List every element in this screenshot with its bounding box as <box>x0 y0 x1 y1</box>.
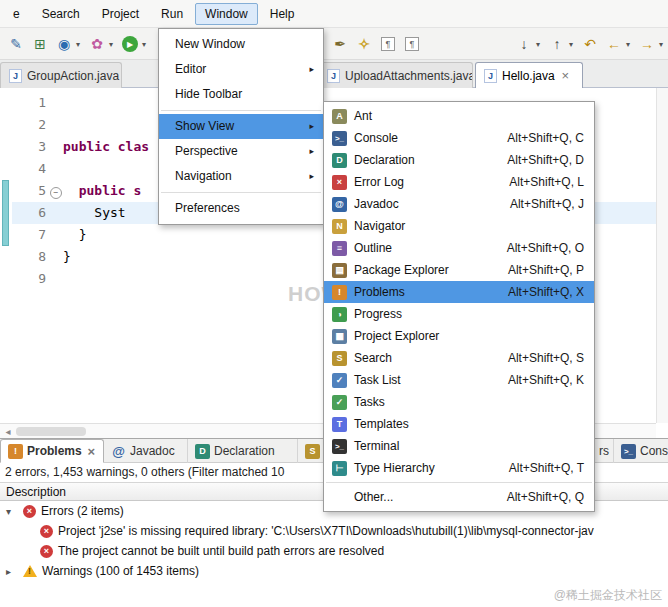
menu-item-package-explorer[interactable]: Package ExplorerAlt+Shift+Q, P <box>324 259 594 281</box>
menu-item-tasks[interactable]: Tasks <box>324 391 594 413</box>
menu-separator <box>161 192 321 193</box>
error-row[interactable]: Project 'j2se' is missing required libra… <box>0 521 668 541</box>
chevron-down-icon[interactable] <box>659 40 668 49</box>
menu-item-type-hierarchy[interactable]: Type HierarchyAlt+Shift+Q, T <box>324 457 594 479</box>
scroll-left-icon[interactable] <box>0 424 16 438</box>
problems-icon <box>332 285 347 300</box>
new-wizard-icon[interactable] <box>85 32 109 56</box>
next-annotation-icon[interactable] <box>512 32 536 56</box>
menu-item-terminal[interactable]: Terminal <box>324 435 594 457</box>
chevron-down-icon[interactable] <box>569 40 578 49</box>
menu-item-project-explorer[interactable]: Project Explorer <box>324 325 594 347</box>
menu-separator <box>326 482 592 483</box>
row-label: The project cannot be built until build … <box>58 544 384 558</box>
tab-partial-rs[interactable]: rs <box>592 439 614 463</box>
menu-item-other[interactable]: Other...Alt+Shift+Q, Q <box>324 486 594 508</box>
console-icon <box>332 131 347 146</box>
menu-item-error-log[interactable]: Error LogAlt+Shift+Q, L <box>324 171 594 193</box>
submenu-arrow-icon <box>309 164 314 189</box>
menu-item-problems[interactable]: ProblemsAlt+Shift+Q, X <box>324 281 594 303</box>
editor-tabbar: GroupAction.java UploadAttachments.java … <box>0 60 668 88</box>
menu-item-perspective[interactable]: Perspective <box>159 139 323 164</box>
tab-label: Problems <box>27 444 82 458</box>
tab-problems[interactable]: Problems <box>0 439 104 463</box>
tab-label: Declaration <box>214 444 275 458</box>
twisty-expanded-icon[interactable] <box>6 506 18 517</box>
chevron-down-icon[interactable] <box>109 40 118 49</box>
close-icon[interactable] <box>86 444 97 459</box>
submenu-arrow-icon <box>309 139 314 164</box>
run-icon[interactable] <box>118 32 142 56</box>
twisty-collapsed-icon[interactable] <box>6 566 18 577</box>
scrollbar-thumb[interactable] <box>16 427 86 436</box>
menu-run[interactable]: Run <box>151 3 193 25</box>
line-number: 5 <box>12 180 48 202</box>
menu-item-outline[interactable]: OutlineAlt+Shift+Q, O <box>324 237 594 259</box>
tab-console[interactable]: Console <box>614 439 668 463</box>
menu-item-console[interactable]: ConsoleAlt+Shift+Q, C <box>324 127 594 149</box>
last-edit-location-icon[interactable] <box>578 32 602 56</box>
chevron-down-icon[interactable] <box>536 40 545 49</box>
wand-icon[interactable] <box>352 32 376 56</box>
menu-item-task-list[interactable]: Task ListAlt+Shift+Q, K <box>324 369 594 391</box>
warnings-group-row[interactable]: Warnings (100 of 1453 items) <box>0 561 668 581</box>
tab-declaration[interactable]: Declaration <box>188 439 298 463</box>
feather-pen-icon[interactable] <box>328 32 352 56</box>
close-icon[interactable] <box>560 68 571 83</box>
chevron-down-icon[interactable] <box>626 40 635 49</box>
line-number: 3 <box>12 136 48 158</box>
type-hierarchy-icon <box>332 461 347 476</box>
menu-item-show-view[interactable]: Show View <box>159 114 323 139</box>
menu-item-ant[interactable]: Ant <box>324 105 594 127</box>
menu-item-navigation[interactable]: Navigation <box>159 164 323 189</box>
table-icon[interactable] <box>28 32 52 56</box>
back-icon[interactable] <box>602 32 626 56</box>
menu-search[interactable]: Search <box>32 3 90 25</box>
fold-minus-icon[interactable] <box>48 180 63 202</box>
tab-uploadattachments-java[interactable]: UploadAttachments.java <box>318 62 473 88</box>
tab-hello-java[interactable]: Hello.java <box>475 62 583 88</box>
overview-ruler[interactable] <box>656 88 668 423</box>
mark-occurrences-icon[interactable] <box>376 32 400 56</box>
menu-item-editor[interactable]: Editor <box>159 57 323 82</box>
forward-icon[interactable] <box>635 32 659 56</box>
menu-item-progress[interactable]: Progress <box>324 303 594 325</box>
javadoc-icon <box>332 197 347 212</box>
package-explorer-icon <box>332 263 347 278</box>
menu-item-preferences[interactable]: Preferences <box>159 196 323 221</box>
menu-window[interactable]: Window <box>195 3 258 25</box>
progress-icon <box>332 307 347 322</box>
line-number: 9 <box>12 268 48 290</box>
tab-groupaction-java[interactable]: GroupAction.java <box>0 62 122 88</box>
line-number: 4 <box>12 158 48 180</box>
menu-project[interactable]: Project <box>92 3 149 25</box>
menu-file-partial[interactable]: e <box>3 3 30 25</box>
show-whitespace-icon[interactable] <box>400 32 424 56</box>
chevron-down-icon[interactable] <box>142 40 151 49</box>
line-number: 1 <box>12 92 48 114</box>
previous-annotation-icon[interactable] <box>545 32 569 56</box>
watermark-corner: @稀土掘金技术社区 <box>554 587 662 604</box>
line-number: 6 <box>12 202 48 224</box>
error-row[interactable]: The project cannot be built until build … <box>0 541 668 561</box>
menu-separator <box>161 110 321 111</box>
menu-item-navigator[interactable]: Navigator <box>324 215 594 237</box>
tab-label: rs <box>599 444 609 458</box>
tab-label: GroupAction.java <box>27 69 119 83</box>
menu-item-hide-toolbar[interactable]: Hide Toolbar <box>159 82 323 107</box>
menu-item-templates[interactable]: Templates <box>324 413 594 435</box>
menu-help[interactable]: Help <box>260 3 305 25</box>
error-icon <box>40 525 53 538</box>
tab-javadoc[interactable]: Javadoc <box>104 439 188 463</box>
menu-item-search[interactable]: SearchAlt+Shift+Q, S <box>324 347 594 369</box>
pencil-icon[interactable] <box>4 32 28 56</box>
search-icon <box>332 351 347 366</box>
web-browser-icon[interactable] <box>52 32 76 56</box>
menu-item-declaration[interactable]: DeclarationAlt+Shift+Q, D <box>324 149 594 171</box>
line-number: 7 <box>12 224 48 246</box>
chevron-down-icon[interactable] <box>76 40 85 49</box>
menu-item-javadoc[interactable]: JavadocAlt+Shift+Q, J <box>324 193 594 215</box>
navigator-icon <box>332 219 347 234</box>
menu-item-new-window[interactable]: New Window <box>159 32 323 57</box>
tab-label: UploadAttachments.java <box>345 69 473 83</box>
